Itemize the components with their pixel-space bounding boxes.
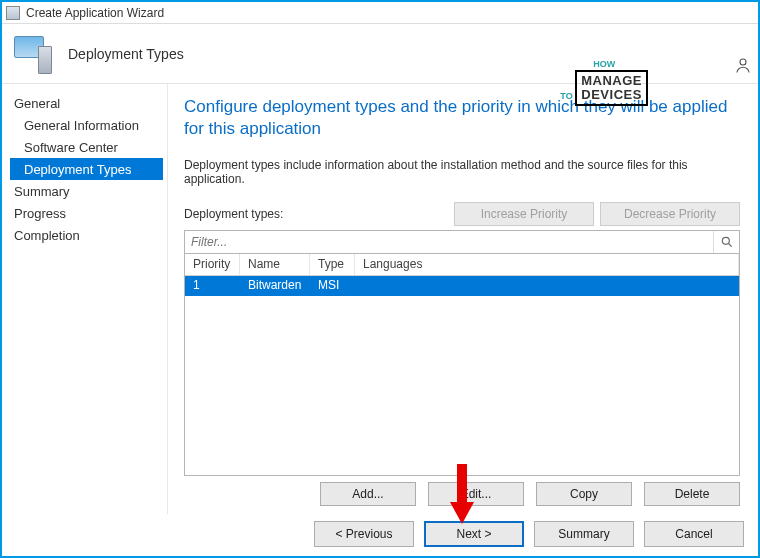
cell-priority: 1 [185, 276, 240, 296]
delete-button[interactable]: Delete [644, 482, 740, 506]
window-title: Create Application Wizard [26, 6, 164, 20]
sidebar-item-completion[interactable]: Completion [10, 224, 167, 246]
person-icon [734, 56, 752, 77]
watermark-box: MANAGE DEVICES [575, 70, 648, 107]
sidebar-item-software-center[interactable]: Software Center [10, 136, 167, 158]
content-heading: Configure deployment types and the prior… [184, 96, 740, 140]
col-languages[interactable]: Languages [355, 254, 739, 275]
next-button[interactable]: Next > [424, 521, 524, 547]
wizard-content: Configure deployment types and the prior… [167, 84, 758, 514]
sidebar-item-summary[interactable]: Summary [10, 180, 167, 202]
sidebar-item-general[interactable]: General [10, 92, 167, 114]
wizard-sidebar: General General Information Software Cen… [2, 84, 167, 514]
deployment-types-icon [12, 34, 52, 74]
cell-languages [355, 276, 739, 296]
filter-row [184, 230, 740, 254]
sidebar-item-deployment-types[interactable]: Deployment Types [10, 158, 163, 180]
summary-button[interactable]: Summary [534, 521, 634, 547]
previous-button[interactable]: < Previous [314, 521, 414, 547]
cell-type: MSI [310, 276, 355, 296]
add-button[interactable]: Add... [320, 482, 416, 506]
col-name[interactable]: Name [240, 254, 310, 275]
cell-name: Bitwarden [240, 276, 310, 296]
sidebar-item-progress[interactable]: Progress [10, 202, 167, 224]
system-icon [6, 6, 20, 20]
filter-input[interactable] [185, 231, 713, 253]
svg-point-0 [740, 59, 746, 65]
copy-button[interactable]: Copy [536, 482, 632, 506]
table-row[interactable]: 1 Bitwarden MSI [185, 276, 739, 296]
decrease-priority-button: Decrease Priority [600, 202, 740, 226]
col-type[interactable]: Type [310, 254, 355, 275]
col-priority[interactable]: Priority [185, 254, 240, 275]
table-header: Priority Name Type Languages [185, 254, 739, 276]
titlebar: Create Application Wizard [2, 2, 758, 24]
sidebar-item-general-information[interactable]: General Information [10, 114, 167, 136]
deployment-types-table[interactable]: Priority Name Type Languages 1 Bitwarden… [184, 254, 740, 476]
edit-button[interactable]: Edit... [428, 482, 524, 506]
increase-priority-button: Increase Priority [454, 202, 594, 226]
deployment-types-label: Deployment types: [184, 207, 448, 221]
watermark: HOWTO MANAGE DEVICES [560, 60, 648, 106]
page-title: Deployment Types [68, 46, 184, 62]
wizard-header: Deployment Types HOWTO MANAGE DEVICES [2, 24, 758, 84]
search-icon[interactable] [713, 231, 739, 253]
content-description: Deployment types include information abo… [184, 158, 740, 186]
wizard-footer: < Previous Next > Summary Cancel [314, 516, 744, 552]
cancel-button[interactable]: Cancel [644, 521, 744, 547]
svg-point-1 [722, 238, 729, 245]
